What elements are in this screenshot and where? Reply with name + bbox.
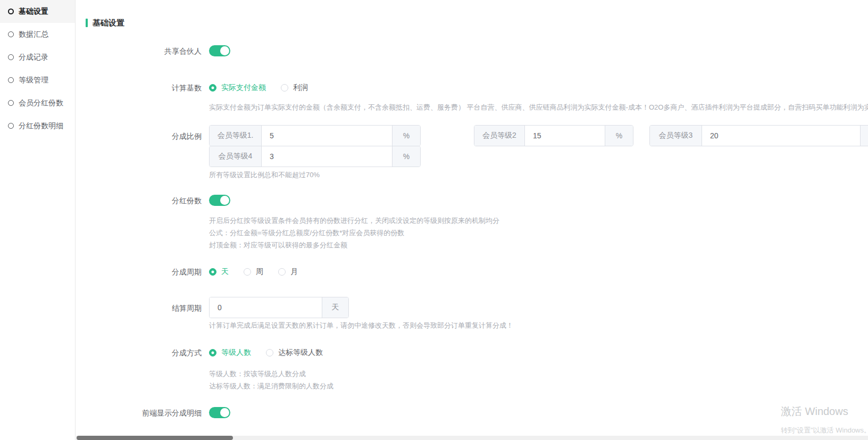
row-method: 分成方式 等级人数 达标等级人数 等级人数：按该等级总人数分成 (76, 347, 868, 392)
percent-suffix: % (605, 126, 633, 146)
sidebar-item-label: 基础设置 (19, 7, 48, 16)
ratio-helper: 所有等级设置比例总和不能超过70% (209, 170, 868, 180)
bonus-share-helper-3: 封顶金额：对应等级可以获得的最多分红金额 (209, 239, 868, 251)
radio-icon (209, 268, 216, 276)
sidebar: 基础设置 数据汇总 分成记录 等级管理 会员分红份数 分红份数明细 (0, 0, 76, 440)
ratio-group-level3: 会员等级3 % (649, 125, 868, 146)
sidebar-item-member-bonus-shares[interactable]: 会员分红份数 (0, 92, 75, 114)
radio-label: 月 (290, 267, 298, 277)
calc-base-radio-group: 实际支付金额 利润 (209, 82, 868, 93)
section-title: 基础设置 (86, 18, 868, 28)
ratio-line-1: 会员等级1. % 会员等级2 % 会员等级3 % (209, 125, 868, 146)
input-prefix: 会员等级4 (210, 146, 262, 167)
settlement-helper: 计算订单完成后满足设置天数的累计订单，请勿中途修改天数，否则会导致部分订单重复计… (209, 321, 868, 330)
ratio-group-level1: 会员等级1. % (209, 125, 421, 146)
method-radio-group: 等级人数 达标等级人数 (209, 347, 868, 358)
radio-week[interactable]: 周 (244, 267, 263, 277)
circle-icon (8, 100, 14, 106)
sidebar-item-data-summary[interactable]: 数据汇总 (0, 23, 75, 46)
ratio-level1-input[interactable] (262, 126, 392, 146)
radio-profit[interactable]: 利润 (281, 83, 308, 93)
row-bonus-share: 分红份数 开启后分红按等级设置条件会员持有的份数进行分红，关闭或没设定的等级则按… (76, 195, 868, 251)
title-accent-bar (86, 19, 88, 27)
method-helper-1: 等级人数：按该等级总人数分成 (209, 368, 868, 380)
section-title-text: 基础设置 (93, 18, 124, 28)
radio-icon (209, 84, 216, 92)
radio-label: 等级人数 (221, 348, 251, 358)
radio-icon (281, 84, 288, 92)
settlement-input-group: 天 (209, 297, 349, 318)
settlement-days-input[interactable] (210, 297, 322, 318)
method-helper-2: 达标等级人数：满足消费限制的人数分成 (209, 380, 868, 392)
radio-icon (244, 268, 251, 276)
sidebar-item-basic-settings[interactable]: 基础设置 (0, 0, 75, 23)
radio-icon (266, 349, 273, 356)
bonus-share-label: 分红份数 (76, 195, 202, 206)
circle-icon (8, 31, 14, 37)
share-partner-label: 共享合伙人 (76, 45, 202, 57)
partner-settings-page: 基础设置 数据汇总 分成记录 等级管理 会员分红份数 分红份数明细 基础设置 (0, 0, 868, 440)
settlement-label: 结算周期 (76, 297, 202, 314)
row-calc-base: 计算基数 实际支付金额 利润 实际支付金额为订单实际支付的金额（含余额支付，不含… (76, 82, 868, 112)
radio-label: 实际支付金额 (221, 83, 266, 93)
calc-base-label: 计算基数 (76, 82, 202, 93)
input-prefix: 会员等级3 (650, 126, 702, 146)
radio-level-headcount[interactable]: 等级人数 (209, 348, 251, 358)
ratio-group-level4: 会员等级4 % (209, 146, 421, 167)
percent-suffix: % (860, 126, 868, 146)
front-display-toggle[interactable] (209, 407, 230, 418)
bonus-share-toggle[interactable] (209, 195, 230, 206)
sidebar-item-label: 分红份数明细 (19, 121, 63, 131)
percent-suffix: % (392, 126, 420, 146)
calc-base-helper: 实际支付金额为订单实际支付的金额（含余额支付，不含余额抵扣、运费、服务费） 平台… (209, 103, 868, 112)
radio-qualified-level-headcount[interactable]: 达标等级人数 (266, 348, 323, 358)
row-ratio: 分成比例 会员等级1. % 会员等级2 % (76, 125, 868, 180)
row-front-display: 前端显示分成明细 (76, 407, 868, 420)
sidebar-item-label: 数据汇总 (19, 30, 48, 39)
day-unit-suffix: 天 (322, 297, 348, 318)
radio-day[interactable]: 天 (209, 267, 229, 277)
radio-label: 利润 (293, 83, 308, 93)
cycle-radio-group: 天 周 月 (209, 267, 868, 277)
ratio-group-level2: 会员等级2 % (474, 125, 633, 146)
radio-actual-paid-amount[interactable]: 实际支付金额 (209, 83, 266, 93)
row-settlement: 结算周期 天 计算订单完成后满足设置天数的累计订单，请勿中途修改天数，否则会导致… (76, 297, 868, 330)
front-display-label: 前端显示分成明细 (76, 407, 202, 419)
ratio-level4-input[interactable] (262, 146, 392, 167)
input-prefix: 会员等级2 (474, 126, 525, 146)
sidebar-item-label: 等级管理 (19, 76, 48, 85)
ratio-level3-input[interactable] (702, 126, 860, 146)
sidebar-item-level-management[interactable]: 等级管理 (0, 69, 75, 92)
ratio-label: 分成比例 (76, 125, 202, 142)
radio-icon (278, 268, 286, 276)
share-partner-toggle[interactable] (209, 45, 230, 56)
sidebar-item-label: 会员分红份数 (19, 98, 63, 108)
radio-label: 达标等级人数 (278, 348, 323, 358)
radio-label: 周 (256, 267, 263, 277)
ratio-line-2: 会员等级4 % (209, 146, 868, 167)
sidebar-item-label: 分成记录 (19, 53, 48, 62)
bonus-share-helper-2: 公式：分红金额=等级分红总额度/分红份数*对应会员获得的份数 (209, 227, 868, 239)
method-label: 分成方式 (76, 347, 202, 358)
circle-icon (8, 54, 14, 60)
method-helpers: 等级人数：按该等级总人数分成 达标等级人数：满足消费限制的人数分成 (209, 368, 868, 392)
radio-month[interactable]: 月 (278, 267, 298, 277)
bonus-share-helpers: 开启后分红按等级设置条件会员持有的份数进行分红，关闭或没设定的等级则按原来的机制… (209, 214, 868, 251)
sidebar-item-share-records[interactable]: 分成记录 (0, 46, 75, 69)
row-cycle: 分成周期 天 周 月 (76, 267, 868, 277)
input-prefix: 会员等级1. (210, 126, 262, 146)
settings-form: 共享合伙人 计算基数 实际支付金额 利润 (76, 45, 868, 420)
bonus-share-helper-1: 开启后分红按等级设置条件会员持有的份数进行分红，关闭或没设定的等级则按原来的机制… (209, 214, 868, 227)
row-share-partner: 共享合伙人 (76, 45, 868, 59)
radio-label: 天 (221, 267, 229, 277)
horizontal-scrollbar-thumb[interactable] (77, 436, 233, 440)
horizontal-scrollbar (76, 436, 868, 440)
ratio-level2-input[interactable] (525, 126, 605, 146)
main-content: 基础设置 共享合伙人 计算基数 实际支付金额 (76, 0, 868, 440)
circle-icon (8, 123, 14, 129)
sidebar-item-bonus-share-details[interactable]: 分红份数明细 (0, 114, 75, 137)
cycle-label: 分成周期 (76, 267, 202, 277)
circle-icon (8, 9, 14, 14)
percent-suffix: % (392, 146, 420, 167)
circle-icon (8, 77, 14, 83)
